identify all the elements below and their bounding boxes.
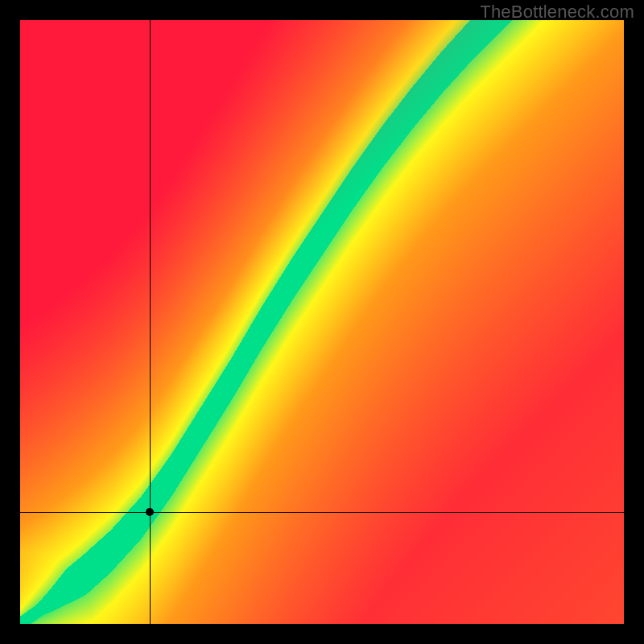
chart-frame: TheBottleneck.com bbox=[0, 0, 644, 644]
watermark-text: TheBottleneck.com bbox=[480, 2, 634, 23]
heatmap-canvas bbox=[20, 20, 624, 624]
plot-area bbox=[20, 20, 624, 624]
